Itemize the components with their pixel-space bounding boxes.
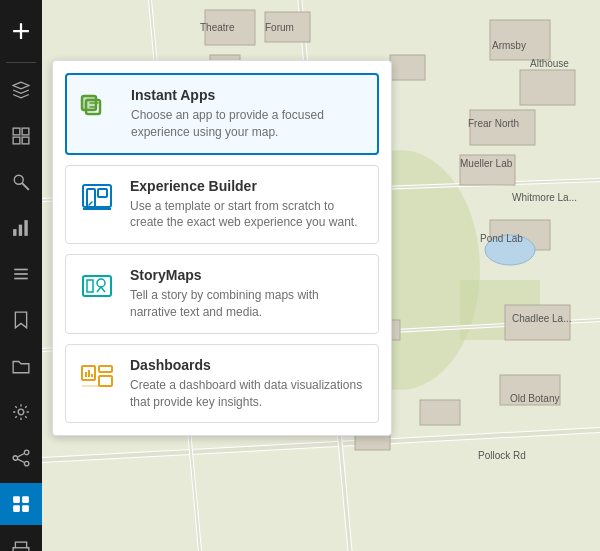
sidebar-item-charts[interactable] xyxy=(0,207,42,249)
instant-apps-icon xyxy=(79,87,117,125)
svg-rect-63 xyxy=(99,366,112,372)
svg-rect-66 xyxy=(88,370,90,377)
svg-point-44 xyxy=(24,461,29,466)
sidebar-item-print[interactable] xyxy=(0,529,42,551)
sidebar-item-layers[interactable] xyxy=(0,69,42,111)
dashboards-title: Dashboards xyxy=(130,357,366,373)
experience-builder-card[interactable]: Experience Builder Use a template or sta… xyxy=(65,165,379,245)
sidebar-item-add[interactable] xyxy=(0,10,42,52)
sidebar-bottom xyxy=(0,481,42,551)
svg-rect-32 xyxy=(22,137,29,144)
svg-rect-58 xyxy=(98,189,107,197)
svg-rect-22 xyxy=(505,305,570,340)
instant-apps-desc: Choose an app to provide a focused exper… xyxy=(131,107,365,141)
sidebar-top xyxy=(0,8,42,481)
dashboards-text: Dashboards Create a dashboard with data … xyxy=(130,357,366,411)
svg-point-42 xyxy=(24,450,29,455)
svg-rect-65 xyxy=(85,372,87,377)
svg-rect-27 xyxy=(420,400,460,425)
sidebar-item-bookmark[interactable] xyxy=(0,299,42,341)
svg-rect-15 xyxy=(265,12,310,42)
storymaps-desc: Tell a story by combining maps with narr… xyxy=(130,287,366,321)
sidebar-item-share[interactable] xyxy=(0,437,42,479)
svg-line-34 xyxy=(22,183,29,190)
storymaps-icon xyxy=(78,267,116,305)
sidebar-divider-1 xyxy=(6,62,36,63)
sidebar-item-list[interactable] xyxy=(0,253,42,295)
storymaps-card[interactable]: StoryMaps Tell a story by combining maps… xyxy=(65,254,379,334)
svg-rect-25 xyxy=(390,55,425,80)
svg-point-61 xyxy=(97,279,105,287)
svg-rect-14 xyxy=(205,10,255,45)
instant-apps-text: Instant Apps Choose an app to provide a … xyxy=(131,87,365,141)
sidebar-item-apps[interactable] xyxy=(0,483,42,525)
svg-rect-67 xyxy=(91,374,93,377)
svg-point-24 xyxy=(485,235,535,265)
dashboards-icon xyxy=(78,357,116,395)
experience-builder-text: Experience Builder Use a template or sta… xyxy=(130,178,366,232)
svg-point-41 xyxy=(18,409,24,415)
instant-apps-card[interactable]: Instant Apps Choose an app to provide a … xyxy=(65,73,379,155)
svg-rect-57 xyxy=(87,189,95,207)
storymaps-text: StoryMaps Tell a story by combining maps… xyxy=(130,267,366,321)
svg-rect-35 xyxy=(13,229,16,236)
svg-rect-48 xyxy=(22,496,29,503)
svg-rect-36 xyxy=(19,225,22,236)
svg-rect-20 xyxy=(460,155,515,185)
svg-rect-50 xyxy=(22,505,29,512)
svg-rect-30 xyxy=(22,128,29,135)
svg-rect-64 xyxy=(99,376,112,386)
experience-builder-icon xyxy=(78,178,116,216)
svg-rect-37 xyxy=(24,220,27,236)
dashboards-desc: Create a dashboard with data visualizati… xyxy=(130,377,366,411)
svg-line-46 xyxy=(18,459,25,462)
instant-apps-title: Instant Apps xyxy=(131,87,365,103)
svg-point-33 xyxy=(14,175,23,184)
dashboards-card[interactable]: Dashboards Create a dashboard with data … xyxy=(65,344,379,424)
svg-rect-31 xyxy=(13,137,20,144)
svg-rect-17 xyxy=(490,20,550,60)
experience-builder-desc: Use a template or start from scratch to … xyxy=(130,198,366,232)
svg-rect-51 xyxy=(15,542,26,548)
svg-rect-19 xyxy=(470,110,535,145)
svg-rect-47 xyxy=(13,496,20,503)
sidebar-item-basemap[interactable] xyxy=(0,115,42,157)
svg-rect-29 xyxy=(13,128,20,135)
apps-panel: Instant Apps Choose an app to provide a … xyxy=(52,60,392,436)
storymaps-title: StoryMaps xyxy=(130,267,366,283)
sidebar xyxy=(0,0,42,551)
svg-rect-23 xyxy=(500,375,560,405)
svg-rect-49 xyxy=(13,505,20,512)
svg-rect-18 xyxy=(520,70,575,105)
sidebar-item-analysis[interactable] xyxy=(0,161,42,203)
sidebar-item-settings[interactable] xyxy=(0,391,42,433)
sidebar-item-folder[interactable] xyxy=(0,345,42,387)
svg-point-43 xyxy=(13,456,18,461)
svg-line-45 xyxy=(18,454,25,457)
experience-builder-title: Experience Builder xyxy=(130,178,366,194)
